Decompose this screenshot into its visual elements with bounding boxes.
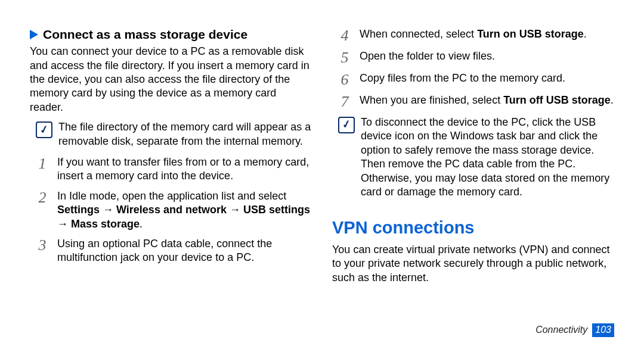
step-6: 6 Copy files from the PC to the memory c…: [332, 70, 614, 92]
step-number: 7: [338, 94, 351, 110]
step-text: In Idle mode, open the application list …: [57, 190, 286, 202]
step-text-end: .: [611, 94, 614, 106]
step-number: 4: [338, 27, 351, 43]
vpn-paragraph: You can create virtual private networks …: [332, 243, 614, 285]
note-text: To disconnect the device to the PC, clic…: [361, 116, 614, 199]
page: Connect as a mass storage device You can…: [0, 0, 644, 307]
footer-section: Connectivity: [535, 324, 587, 336]
step-number: 6: [338, 71, 351, 88]
step-text: When you are finished, select: [360, 94, 503, 106]
left-column: Connect as a mass storage device You can…: [30, 26, 312, 289]
step-text: When connected, select: [360, 28, 477, 40]
note-block: ✓ The file directory of the memory card …: [30, 119, 312, 154]
vpn-heading: VPN connections: [332, 217, 614, 239]
page-number: 103: [592, 323, 614, 337]
step-number: 2: [36, 189, 49, 231]
step-body: If you want to transfer files from or to…: [57, 155, 312, 183]
step-text-end: .: [140, 218, 143, 230]
step-number: 3: [36, 237, 49, 265]
step-1: 1 If you want to transfer files from or …: [30, 154, 312, 188]
step-7: 7 When you are finished, select Turn off…: [332, 92, 614, 114]
step-body: Using an optional PC data cable, connect…: [57, 237, 312, 265]
section-title: Connect as a mass storage device: [43, 26, 247, 42]
chevron-right-icon: [30, 30, 38, 39]
note-block: ✓ To disconnect the device to the PC, cl…: [332, 114, 614, 205]
step-3: 3 Using an optional PC data cable, conne…: [30, 236, 312, 270]
note-text: The file directory of the memory card wi…: [58, 120, 312, 148]
right-column: 4 When connected, select Turn on USB sto…: [332, 26, 614, 289]
step-bold: Turn off USB storage: [503, 94, 611, 106]
step-2: 2 In Idle mode, open the application lis…: [30, 188, 312, 236]
step-bold: Turn on USB storage: [477, 28, 584, 40]
step-body: When you are finished, select Turn off U…: [360, 94, 614, 110]
note-icon: ✓: [36, 121, 52, 138]
step-body: Copy files from the PC to the memory car…: [360, 71, 614, 88]
step-4: 4 When connected, select Turn on USB sto…: [332, 26, 614, 48]
footer: Connectivity 103: [535, 323, 614, 337]
note-icon: ✓: [338, 117, 355, 133]
step-number: 1: [36, 155, 49, 183]
step-body: When connected, select Turn on USB stora…: [360, 27, 614, 43]
section-heading: Connect as a mass storage device: [30, 26, 312, 42]
step-body: In Idle mode, open the application list …: [57, 189, 312, 231]
intro-paragraph: You can connect your device to a PC as a…: [30, 45, 312, 114]
step-text-end: .: [584, 28, 587, 40]
step-path-bold: Settings → Wireless and network → USB se…: [57, 204, 310, 229]
step-body: Open the folder to view files.: [360, 49, 614, 66]
step-5: 5 Open the folder to view files.: [332, 48, 614, 70]
step-number: 5: [338, 49, 351, 66]
